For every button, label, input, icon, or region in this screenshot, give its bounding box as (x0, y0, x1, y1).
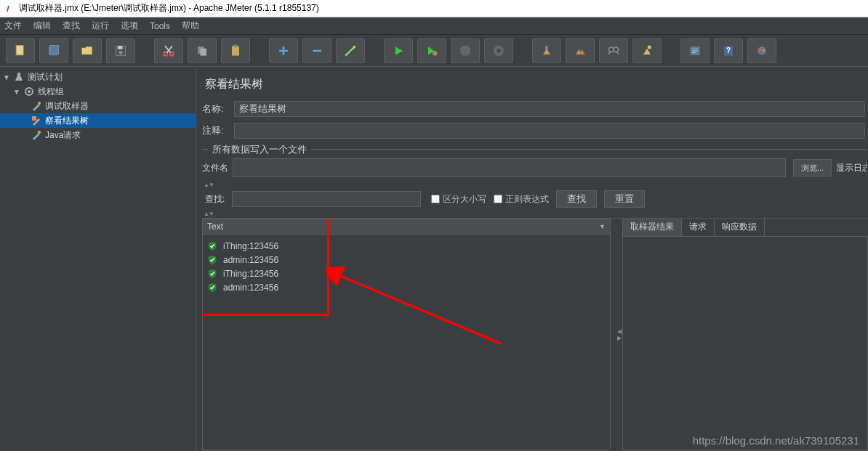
svg-point-25 (760, 52, 763, 54)
search-row: 查找: 区分大小写 正则表达式 查找 重置 (202, 187, 868, 211)
svg-rect-4 (118, 46, 123, 49)
help-button[interactable]: ? (714, 38, 743, 63)
collapse-icon[interactable]: ▼ (13, 88, 20, 96)
search-label: 查找: (205, 193, 225, 206)
app-icon (4, 4, 15, 14)
reset-button[interactable]: 重置 (604, 190, 645, 208)
menu-file[interactable]: 文件 (4, 20, 22, 32)
comment-label: 注释: (202, 124, 234, 137)
open-button[interactable] (73, 38, 102, 63)
menu-search[interactable]: 查找 (63, 20, 80, 32)
themes-button[interactable] (747, 38, 776, 63)
search-button[interactable] (599, 38, 628, 63)
result-item[interactable]: admin:123456 (207, 280, 606, 294)
svg-rect-2 (50, 45, 59, 54)
tree-node-debug-sampler[interactable]: 调试取样器 (0, 99, 196, 113)
svg-rect-10 (232, 46, 239, 55)
renderer-dropdown[interactable]: Text ▼ (202, 219, 611, 235)
comment-input[interactable] (234, 123, 865, 139)
start-no-pause-button[interactable] (417, 38, 446, 63)
svg-rect-0 (16, 45, 23, 54)
svg-point-18 (648, 45, 651, 49)
search-input[interactable] (232, 191, 421, 207)
svg-rect-29 (32, 116, 36, 121)
result-label: admin:123456 (223, 255, 278, 265)
sampler-icon (31, 100, 42, 112)
start-button[interactable] (384, 38, 413, 63)
function-helper-button[interactable] (680, 38, 710, 63)
comment-row: 注释: (202, 121, 868, 140)
results-area: Text ▼ iThing:123456 admin:123456 iThing… (202, 218, 868, 451)
browse-button[interactable]: 浏览... (793, 159, 832, 176)
tree-thread-group[interactable]: ▼ 线程组 (0, 84, 196, 99)
results-icon (31, 115, 42, 126)
menubar: 文件 编辑 查找 运行 选项 Tools 帮助 (0, 17, 868, 35)
result-list: iThing:123456 admin:123456 iThing:123456… (202, 235, 611, 451)
templates-button[interactable] (39, 38, 68, 63)
tree-node-view-results[interactable]: 察看结果树 (0, 113, 196, 128)
filename-input[interactable] (233, 158, 786, 177)
stop-button[interactable] (451, 38, 480, 63)
name-label: 名称: (202, 102, 234, 115)
clear-all-button[interactable] (566, 38, 595, 63)
svg-point-28 (38, 102, 41, 105)
svg-point-14 (497, 49, 501, 52)
menu-tools[interactable]: Tools (150, 21, 170, 31)
svg-text:?: ? (726, 46, 731, 54)
toggle-button[interactable] (336, 38, 365, 63)
result-label: admin:123456 (223, 283, 278, 293)
flask-icon (13, 71, 25, 83)
menu-help[interactable]: 帮助 (182, 20, 199, 32)
watermark: https://blog.csdn.net/ak739105231 (693, 434, 859, 447)
tree-root[interactable]: ▼ 测试计划 (0, 70, 196, 84)
vertical-grip[interactable]: ◀▶ (616, 219, 622, 451)
menu-options[interactable]: 选项 (121, 20, 138, 32)
svg-point-30 (38, 131, 41, 134)
regex-checkbox[interactable]: 正则表达式 (494, 193, 549, 206)
clear-button[interactable] (532, 38, 561, 63)
toolbar: ? (0, 35, 868, 67)
result-label: iThing:123456 (223, 241, 278, 251)
cut-button[interactable] (154, 38, 183, 63)
chevron-down-icon: ▼ (599, 223, 606, 230)
file-fieldset-label: 所有数据写入一个文件 (208, 143, 311, 156)
menu-run[interactable]: 运行 (92, 20, 109, 32)
menu-edit[interactable]: 编辑 (33, 20, 51, 32)
main-area: ▼ 测试计划 ▼ 线程组 调试取样器 察看结果树 Java请求 察看结果树 名称… (0, 67, 868, 451)
search-button[interactable]: 查找 (556, 190, 597, 208)
horizontal-grip[interactable]: ▲▼ (202, 211, 868, 216)
content-panel: 察看结果树 名称: 注释: 所有数据写入一个文件 文件名 浏览... 显示日志 … (196, 67, 868, 451)
collapse-button[interactable] (302, 38, 331, 63)
new-button[interactable] (6, 38, 35, 63)
tree-node-label: 察看结果树 (45, 115, 89, 127)
filename-label: 文件名 (202, 162, 228, 174)
result-tabs: 取样器结果 请求 响应数据 (622, 219, 868, 236)
shutdown-button[interactable] (484, 38, 513, 63)
expand-button[interactable] (269, 38, 298, 63)
horizontal-grip[interactable]: ▲▼ (202, 182, 868, 187)
tab-request[interactable]: 请求 (681, 218, 715, 236)
save-button[interactable] (106, 38, 135, 63)
success-icon (207, 283, 217, 293)
svg-point-22 (758, 46, 766, 55)
results-left: Text ▼ iThing:123456 admin:123456 iThing… (202, 219, 616, 451)
tab-body (622, 236, 868, 451)
case-checkbox[interactable]: 区分大小写 (431, 193, 486, 206)
show-log-label: 显示日志 (836, 162, 867, 174)
copy-button[interactable] (188, 38, 217, 63)
tab-response[interactable]: 响应数据 (714, 218, 765, 236)
result-item[interactable]: admin:123456 (207, 253, 606, 267)
tree-group-label: 线程组 (38, 86, 64, 98)
tree-node-java-request[interactable]: Java请求 (0, 128, 196, 142)
name-input[interactable] (234, 101, 865, 117)
collapse-icon[interactable]: ▼ (3, 73, 10, 81)
tab-sampler-result[interactable]: 取样器结果 (622, 218, 682, 236)
result-item[interactable]: iThing:123456 (207, 267, 606, 280)
svg-point-17 (614, 47, 619, 52)
svg-point-27 (28, 90, 31, 93)
result-item[interactable]: iThing:123456 (207, 239, 606, 253)
paste-button[interactable] (221, 38, 250, 63)
reset-search-button[interactable] (632, 38, 662, 63)
svg-point-16 (608, 47, 614, 52)
svg-point-13 (433, 51, 438, 56)
